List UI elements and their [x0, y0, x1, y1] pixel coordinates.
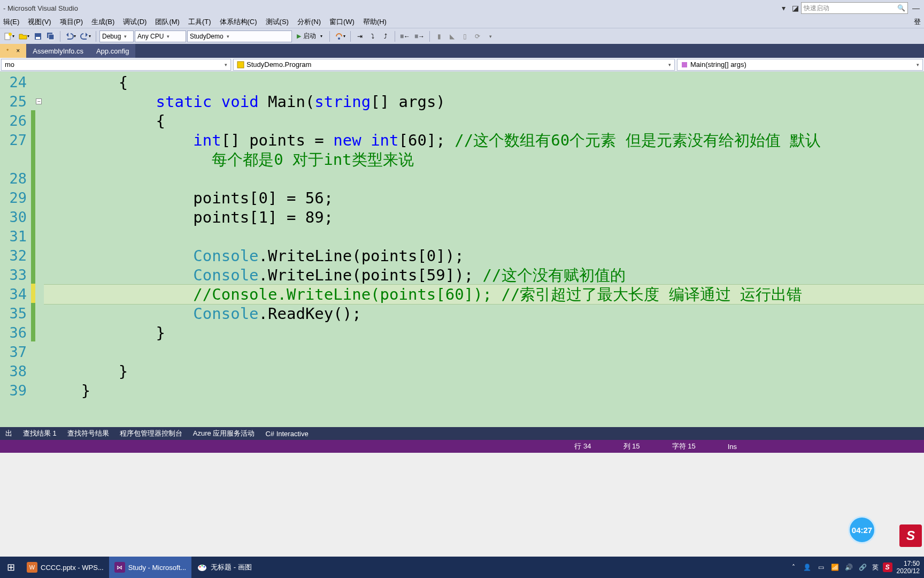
startup-project-dropdown[interactable]: StudyDemo▾ [187, 31, 292, 42]
project-selector[interactable]: mo▾ [1, 59, 231, 71]
step-over-icon[interactable]: ⇥ [354, 31, 366, 42]
status-ins: Ins [712, 443, 753, 451]
tab-active[interactable]: *× [0, 44, 26, 58]
fold-gutter: − [35, 72, 44, 415]
bottom-panel-tabs: 出 查找结果 1 查找符号结果 程序包管理器控制台 Azure 应用服务活动 C… [0, 427, 924, 440]
save-all-button[interactable] [45, 31, 57, 42]
menu-architecture[interactable]: 体系结构(C) [217, 17, 260, 27]
code-area[interactable]: { static void Main(string[] args) { int[… [44, 72, 924, 415]
svg-rect-3 [36, 37, 40, 39]
open-button[interactable]: ▾ [17, 31, 31, 42]
menu-debug[interactable]: 调试(D) [120, 17, 150, 27]
menu-window[interactable]: 窗口(W) [326, 17, 358, 27]
tab-appconfig[interactable]: App.config [90, 44, 135, 58]
status-line: 行 34 [558, 442, 607, 451]
menu-edit[interactable]: 辑(E) [0, 17, 22, 27]
minimize-button[interactable]: — [908, 2, 924, 14]
bookmark-icon[interactable]: ◣ [446, 31, 458, 42]
tray-up-icon[interactable]: ˄ [789, 562, 798, 572]
taskbar: ⊞ WCCCC.pptx - WPS... ⋈Study - Microsoft… [0, 557, 924, 578]
tray-battery-icon[interactable]: ▭ [817, 562, 826, 572]
app-title: - Microsoft Visual Studio [3, 4, 78, 12]
document-tabs: *× AssemblyInfo.cs App.config [0, 44, 924, 58]
menu-tools[interactable]: 工具(T) [185, 17, 214, 27]
svg-point-12 [204, 566, 205, 568]
svg-point-6 [338, 37, 340, 40]
status-col: 列 15 [607, 442, 656, 451]
platform-dropdown[interactable]: Any CPU▾ [135, 31, 186, 42]
feedback-icon[interactable]: ◪ [789, 2, 801, 14]
search-icon: 🔍 [897, 4, 905, 12]
toggle-icon[interactable]: ⟳ [472, 31, 483, 42]
svg-rect-7 [237, 62, 244, 68]
system-tray: ˄ 👤 ▭ 📶 🔊 🔗 英 S 17:502020/12 [789, 560, 924, 575]
start-button[interactable]: ⊞ [0, 557, 21, 578]
notifications-icon[interactable]: ▾ [777, 2, 789, 14]
bottom-tab-find1[interactable]: 查找结果 1 [18, 427, 62, 440]
task-paint[interactable]: 无标题 - 画图 [191, 557, 257, 578]
menu-build[interactable]: 生成(B) [88, 17, 118, 27]
undo-button[interactable]: ▾ [64, 31, 78, 42]
save-button[interactable] [32, 31, 44, 42]
uncomment-icon[interactable]: ▯ [459, 31, 471, 42]
navigation-bar: mo▾ StudyDemo.Program▾ Main(string[] arg… [0, 58, 924, 72]
comment-icon[interactable]: ▮ [433, 31, 445, 42]
config-dropdown[interactable]: Debug▾ [99, 31, 134, 42]
indent-right-icon[interactable]: ≡→ [413, 31, 426, 42]
bottom-tab-findsym[interactable]: 查找符号结果 [62, 427, 114, 440]
bottom-tab-csi[interactable]: C# Interactive [260, 427, 313, 440]
step-out-icon[interactable]: ⤴ [380, 31, 391, 42]
bottom-tab-output[interactable]: 出 [0, 427, 18, 440]
task-vs[interactable]: ⋈Study - Microsoft... [109, 557, 191, 578]
sogou-ime-icon[interactable]: S [899, 524, 922, 547]
toolbar-overflow[interactable]: ▾ [484, 31, 496, 42]
menu-view[interactable]: 视图(V) [25, 17, 54, 27]
quick-launch-placeholder: 快速启动 [804, 4, 829, 13]
redo-button[interactable]: ▾ [79, 31, 93, 42]
svg-point-1 [9, 33, 12, 36]
new-item-button[interactable]: ▾ [2, 31, 16, 42]
title-bar: - Microsoft Visual Studio ▾ ◪ 快速启动 🔍 — [0, 0, 924, 16]
task-wps[interactable]: WCCCC.pptx - WPS... [21, 557, 109, 578]
menu-help[interactable]: 帮助(H) [360, 17, 390, 27]
line-number-gutter: 24252627282930313233343536373839 [0, 72, 31, 415]
tray-people-icon[interactable]: 👤 [803, 562, 812, 572]
browser-link-button[interactable]: ▾ [333, 31, 347, 42]
svg-point-11 [202, 565, 203, 567]
member-selector[interactable]: Main(string[] args)▾ [677, 59, 923, 71]
sign-in[interactable]: 登 [911, 17, 924, 27]
status-char: 字符 15 [656, 442, 712, 451]
bottom-tab-pkgmgr[interactable]: 程序包管理器控制台 [114, 427, 188, 440]
tray-clock[interactable]: 17:502020/12 [897, 560, 920, 575]
indent-left-icon[interactable]: ≡← [398, 31, 412, 42]
tray-link-icon[interactable]: 🔗 [858, 562, 868, 572]
tray-sogou-icon[interactable]: S [883, 562, 892, 572]
close-icon[interactable]: × [16, 47, 20, 55]
tray-wifi-icon[interactable]: 📶 [830, 562, 840, 572]
video-timestamp-badge: 04:27 [848, 516, 876, 544]
svg-rect-8 [682, 62, 687, 67]
step-into-icon[interactable]: ⤵ [367, 31, 379, 42]
tray-volume-icon[interactable]: 🔊 [844, 562, 854, 572]
modification-bar [31, 72, 35, 415]
tab-assemblyinfo[interactable]: AssemblyInfo.cs [26, 44, 90, 58]
fold-toggle[interactable]: − [36, 98, 42, 104]
class-selector[interactable]: StudyDemo.Program▾ [233, 59, 675, 71]
menu-test[interactable]: 测试(S) [263, 17, 292, 27]
toolbar: ▾ ▾ ▾ ▾ Debug▾ Any CPU▾ StudyDemo▾ ▶启动▾ … [0, 28, 924, 44]
menu-bar: 辑(E) 视图(V) 项目(P) 生成(B) 调试(D) 团队(M) 工具(T)… [0, 16, 924, 28]
start-debug-button[interactable]: ▶启动▾ [293, 31, 326, 42]
svg-rect-5 [49, 34, 54, 40]
status-bar: 行 34 列 15 字符 15 Ins [0, 440, 924, 453]
svg-point-10 [199, 566, 201, 568]
quick-launch-input[interactable]: 快速启动 🔍 [801, 2, 908, 14]
tray-ime[interactable]: 英 [872, 563, 879, 572]
menu-analyze[interactable]: 分析(N) [294, 17, 324, 27]
code-editor[interactable]: 24252627282930313233343536373839 − { sta… [0, 72, 924, 415]
menu-project[interactable]: 项目(P) [57, 17, 86, 27]
menu-team[interactable]: 团队(M) [152, 17, 183, 27]
bottom-tab-azure[interactable]: Azure 应用服务活动 [188, 427, 260, 440]
